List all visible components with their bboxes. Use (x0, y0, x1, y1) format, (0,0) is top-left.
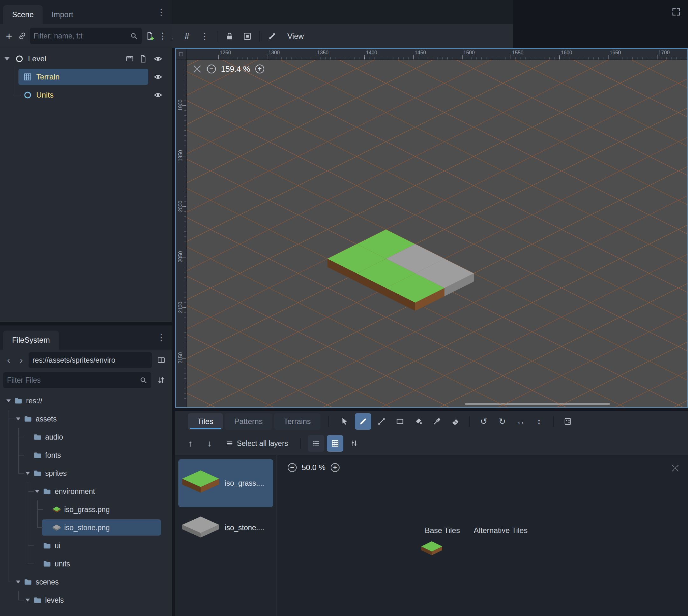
zoom-out-button[interactable]: − (207, 65, 216, 73)
tile-rect-tool[interactable] (392, 413, 408, 430)
file-filter-input[interactable] (3, 372, 151, 388)
tab-scene[interactable]: Scene (3, 5, 43, 24)
zoom-level[interactable]: 159.4 % (221, 65, 250, 74)
tile-eraser-tool[interactable] (447, 413, 464, 430)
file-row-iso-stone-png[interactable]: iso_stone.png (0, 519, 172, 536)
file-row-scenes[interactable]: scenes (0, 573, 172, 591)
file-filter-field[interactable] (7, 376, 137, 384)
path-input[interactable] (29, 352, 152, 368)
path-field[interactable] (33, 356, 148, 365)
add-node-button[interactable]: + (4, 29, 14, 43)
viewport-canvas[interactable]: − 159.4 % + (187, 60, 687, 407)
zoom-in-button[interactable]: + (255, 65, 264, 73)
ruler-label: 1350 (317, 50, 329, 56)
file-row-environment[interactable]: environment (0, 482, 172, 500)
flip-vertical-icon[interactable]: ↕ (531, 413, 547, 430)
file-row-assets[interactable]: assets (0, 410, 172, 428)
scene-filter-input[interactable] (30, 28, 142, 44)
tileset-source-list: iso_grass....iso_stone.... (175, 455, 276, 616)
tile-paint-tool[interactable] (355, 413, 371, 430)
folder-icon (33, 451, 42, 460)
base-tile-thumbnail[interactable] (421, 541, 443, 556)
file-row-fonts[interactable]: fonts (0, 446, 172, 464)
vertical-ruler: 1850190019502000205021002150 (176, 60, 187, 407)
zoom-out-button[interactable]: − (288, 463, 297, 472)
attach-script-button[interactable] (144, 29, 155, 43)
grid-snap-tool[interactable]: # (179, 28, 195, 44)
visibility-icon[interactable] (153, 54, 163, 64)
tree-guide (4, 500, 14, 519)
forward-icon[interactable]: › (16, 355, 27, 366)
tab-filesystem[interactable]: FileSystem (3, 331, 59, 350)
file-row-sprites[interactable]: sprites (0, 464, 172, 482)
folder-icon (23, 577, 33, 587)
instance-scene-button[interactable] (17, 29, 27, 43)
tab-patterns[interactable]: Patterns (225, 413, 272, 430)
base-tiles-label: Base Tiles (425, 526, 460, 535)
collapse-arrow-icon[interactable] (16, 417, 20, 420)
highlight-layer-toggle[interactable] (308, 435, 324, 452)
tree-item-terrain[interactable]: Terrain (0, 68, 172, 86)
collapse-arrow-icon[interactable] (25, 598, 30, 601)
collapse-arrow-icon[interactable] (35, 490, 39, 493)
tree-item-units[interactable]: Units (0, 86, 172, 104)
zoom-in-button[interactable]: + (331, 463, 340, 472)
tile-select-tool[interactable] (336, 413, 353, 430)
lock-tool[interactable] (221, 28, 238, 44)
random-tile-icon[interactable] (560, 413, 576, 430)
expand-window-button[interactable] (669, 4, 684, 19)
center-view-icon[interactable] (192, 64, 202, 74)
move-layer-down-icon[interactable]: ↓ (201, 435, 218, 452)
collapse-arrow-icon[interactable] (4, 57, 9, 60)
visibility-icon[interactable] (153, 72, 163, 82)
stone-tile-thumbnail (181, 516, 220, 540)
file-row-ui[interactable]: ui (0, 536, 172, 555)
file-row-units[interactable]: units (0, 555, 172, 573)
center-view-icon[interactable] (671, 464, 680, 472)
tile-line-tool[interactable] (373, 413, 390, 430)
flip-horizontal-icon[interactable]: ↔ (513, 413, 529, 430)
collapse-arrow-icon[interactable] (16, 580, 20, 583)
move-layer-up-icon[interactable]: ↑ (182, 435, 199, 452)
file-row-iso-grass-png[interactable]: iso_grass.png (0, 500, 172, 519)
scene-toolbar-menu-icon[interactable]: ⋮ (157, 29, 168, 43)
skeleton-options-tool[interactable] (264, 28, 280, 44)
tab-import[interactable]: Import (43, 5, 82, 24)
grid-toggle[interactable] (327, 435, 343, 452)
split-view-button[interactable] (154, 353, 169, 368)
scene-filter-field[interactable] (34, 32, 128, 40)
node2d-circle-icon (23, 90, 33, 100)
tab-terrains[interactable]: Terrains (274, 413, 320, 430)
file-row-levels[interactable]: levels (0, 591, 172, 609)
tree-item-level[interactable]: Level (0, 50, 172, 68)
ruler-origin-button[interactable] (176, 49, 187, 60)
script-icon[interactable] (138, 54, 148, 63)
zoom-level[interactable]: 50.0 % (302, 463, 326, 472)
scene-dock-menu-icon[interactable]: ⋮ (154, 5, 169, 19)
tile-bucket-tool[interactable] (410, 413, 427, 430)
undo-icon[interactable]: ↺ (476, 413, 492, 430)
file-row-res[interactable]: res:// (0, 392, 172, 410)
visibility-icon[interactable] (153, 90, 163, 100)
snap-options-icon[interactable]: ⋮ (196, 28, 213, 44)
instanced-scene-icon[interactable] (125, 54, 134, 63)
tab-tiles[interactable]: Tiles (188, 413, 223, 430)
tile-source-grass[interactable]: iso_grass.... (178, 459, 273, 507)
sort-files-button[interactable] (154, 373, 169, 388)
filesystem-menu-icon[interactable]: ⋮ (154, 330, 169, 345)
ruler-label: 1450 (414, 50, 426, 56)
view-menu[interactable]: View (282, 32, 310, 41)
back-icon[interactable]: ‹ (3, 355, 14, 366)
tile-picker-tool[interactable] (429, 413, 445, 430)
redo-icon[interactable]: ↻ (494, 413, 511, 430)
tile-settings-icon[interactable] (346, 435, 362, 452)
collapse-arrow-icon[interactable] (25, 472, 30, 475)
group-tool[interactable] (239, 28, 256, 44)
file-row-audio[interactable]: audio (0, 428, 172, 446)
file-label: iso_stone.png (64, 523, 110, 532)
collapse-arrow-icon[interactable] (6, 399, 11, 402)
filesystem-filter-row (0, 371, 172, 390)
tile-source-stone[interactable]: iso_stone.... (178, 509, 273, 546)
tileset-atlas-view[interactable]: − 50.0 % + Base Tiles Alternative Tiles (278, 455, 688, 616)
layers-dropdown[interactable]: Select all layers (220, 435, 293, 452)
